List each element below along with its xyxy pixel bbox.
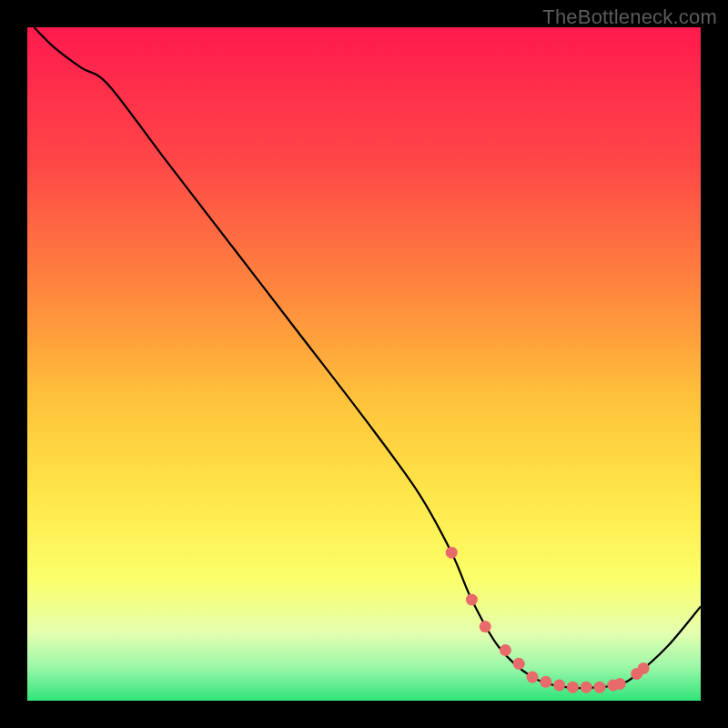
chart-svg xyxy=(27,27,701,701)
marker-dot xyxy=(594,682,606,693)
marker-dot xyxy=(513,658,525,670)
marker-dot xyxy=(500,644,511,656)
chart-frame: TheBottleneck.com xyxy=(0,0,728,728)
gradient-background xyxy=(27,27,701,701)
marker-dot xyxy=(540,676,551,688)
marker-dot xyxy=(446,547,458,559)
marker-dot xyxy=(581,682,592,693)
plot-area xyxy=(27,27,701,701)
marker-dot xyxy=(553,679,565,691)
marker-dot xyxy=(466,594,478,606)
marker-dot xyxy=(614,678,626,690)
marker-dot xyxy=(480,621,491,632)
watermark-text: TheBottleneck.com xyxy=(542,5,717,29)
marker-dot xyxy=(567,682,579,693)
marker-dot xyxy=(638,662,650,674)
marker-dot xyxy=(527,672,539,683)
